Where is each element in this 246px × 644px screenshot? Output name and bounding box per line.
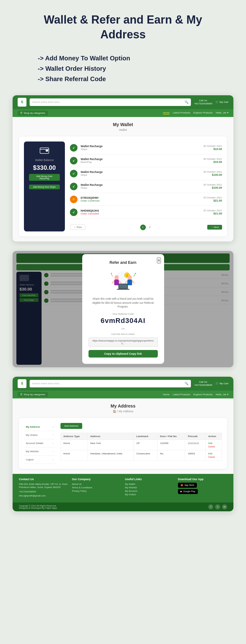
chevron-right-icon: › xyxy=(53,450,54,453)
facebook-icon[interactable]: f xyxy=(208,504,213,509)
nav-link-latest[interactable]: Latest Products xyxy=(173,111,190,114)
sidebar-item-logout[interactable]: Logout › xyxy=(24,456,55,464)
address-right: Add Address Address Type Address Landmar… xyxy=(60,423,222,464)
features-list: -> Add Money To Wallet Option -> Wallet … xyxy=(38,55,233,83)
address-content: My Address 🏠 / My Address My Address › M… xyxy=(13,398,233,474)
svg-rect-19 xyxy=(119,284,127,288)
footer-download: Download Our App 🍎 App Store ▶ Google Pl… xyxy=(178,478,227,499)
edit-address-2-button[interactable]: Edit xyxy=(208,452,219,455)
sidebar-item-account-details[interactable]: Account Details › xyxy=(24,439,55,447)
address-nav-link-home[interactable]: Home xyxy=(163,393,169,396)
txn-info-3: Wallet Recharge Stripe xyxy=(81,170,200,176)
footer-bottom: Copyright © 2022 All Rights Reserved. De… xyxy=(13,502,233,511)
modal-screenshot: Wallet Balance $30.00 From RazorPay From… xyxy=(13,251,233,367)
wallet-breadcrumb: Wallet xyxy=(19,128,227,131)
chevron-right-icon: › xyxy=(53,442,54,445)
or-divider: OR xyxy=(89,327,158,330)
categories-button[interactable]: ☰ Shop by categories xyxy=(18,111,48,115)
referral-code-label: Your Referral Code xyxy=(89,313,158,315)
nav-link-explore[interactable]: Explore Products xyxy=(193,111,213,114)
chevron-right-icon: › xyxy=(53,425,54,428)
nav-search-bar[interactable]: Search entire store here... 🔍 xyxy=(30,98,191,106)
svg-rect-20 xyxy=(117,289,129,290)
txn-info-4: Wallet Recharge Stripe xyxy=(81,183,200,189)
address-categories-button[interactable]: ☰ Shop by categories xyxy=(18,392,48,397)
search-placeholder: Search entire store here... xyxy=(32,101,61,103)
sidebar-item-my-address[interactable]: My Address › xyxy=(24,423,55,431)
copy-link-button[interactable]: Copy to clipboard Copy link xyxy=(89,350,158,358)
svg-rect-7 xyxy=(114,280,119,285)
txn-icon-5: D xyxy=(70,196,77,203)
transaction-row: ↙ Wallet Recharge Stripe 26 October 2021… xyxy=(70,167,222,180)
modal-illustration: $ xyxy=(89,268,158,293)
footer-company: Our Company About Us Terms & Conditions … xyxy=(72,478,121,499)
modal-title: Refer and Earn xyxy=(89,260,158,265)
menu-icon: ☰ xyxy=(20,112,22,114)
page-header: Wallet & Refer and Earn & My Address xyxy=(13,9,233,45)
address-nav-link-explore[interactable]: Explore Products xyxy=(193,393,213,396)
txn-icon-3: ↙ xyxy=(70,170,77,177)
txn-right-4: 25 October 2021 $100.00 xyxy=(203,183,222,189)
cart-icon: 🛒 xyxy=(215,101,219,103)
wallet-balance-amount: $330.00 xyxy=(33,164,56,171)
nav-sub-bar: ☰ Shop by categories Home Latest Product… xyxy=(13,109,233,117)
sidebar-item-my-orders[interactable]: My Orders › xyxy=(24,431,55,439)
address-table: Address Type Address Landmark Door / Fla… xyxy=(60,433,222,461)
wallet-card: Wallet Balance $330.00 Add Money from Ra… xyxy=(24,142,65,231)
address-nav-sub-bar: ☰ Shop by categories Home Latest Product… xyxy=(13,391,233,398)
app-store-badge[interactable]: 🍎 App Store xyxy=(178,483,197,488)
wallet-main: Wallet Balance $330.00 Add Money from Ra… xyxy=(19,136,227,236)
col-landmark: Landmark xyxy=(134,433,157,440)
add-money-razorpay-button[interactable]: Add Money from RazorPay xyxy=(29,174,60,181)
next-button[interactable]: → Next xyxy=(207,225,222,230)
sidebar-item-my-wishlist[interactable]: My Wishlist › xyxy=(24,447,55,456)
prev-button[interactable]: ← Prev xyxy=(70,225,85,230)
transaction-row: ↙ NHD68Q6JK6 Order Cancelled 25 October … xyxy=(70,206,222,219)
wallet-screenshot: S Search entire store here... 🔍 Call Us … xyxy=(13,95,233,242)
transaction-row: ↙ Wallet Recharge Stripe 26 October 2021… xyxy=(70,142,222,154)
twitter-icon[interactable]: t xyxy=(215,504,220,509)
address-nav-links: Home Latest Products Explore Products He… xyxy=(163,393,228,396)
address-nav-bar: S Search entire store here... 🔍 Call Us … xyxy=(13,377,233,391)
referral-link-box[interactable]: https://bazoomaapps.co.in/projects/shopp… xyxy=(89,337,158,347)
address-nav-logo: S xyxy=(18,379,26,388)
address-search-icon: 🔍 xyxy=(185,382,188,385)
svg-line-15 xyxy=(134,274,135,276)
linkedin-icon[interactable]: in xyxy=(222,504,227,509)
svg-line-14 xyxy=(111,274,112,276)
modal-box: × Refer and Earn $ xyxy=(82,254,164,364)
nav-link-home[interactable]: Home xyxy=(163,111,169,114)
add-address-button[interactable]: Add Address xyxy=(60,423,82,429)
address-main: My Address › My Orders › Account Details… xyxy=(19,418,227,469)
address-nav-cart[interactable]: 🛒 My Cart xyxy=(215,382,228,385)
add-money-stripe-button[interactable]: Add Money from Stripe xyxy=(29,185,60,189)
delete-address-1-button[interactable]: Delete xyxy=(208,445,219,448)
nav-link-user[interactable]: Hello, Jer ▾ xyxy=(216,111,228,114)
txn-icon-4: ↙ xyxy=(70,183,77,190)
page-2[interactable]: 2 xyxy=(147,225,153,230)
feature-item-1: -> Add Money To Wallet Option xyxy=(38,55,233,62)
nav-cart[interactable]: 🛒 My Cart xyxy=(215,101,228,103)
referral-code: 6vmRd304AI xyxy=(89,317,158,325)
page-1[interactable]: 1 xyxy=(140,225,146,230)
address-nav-search[interactable]: Search entire store here... 🔍 xyxy=(30,380,191,387)
transaction-row: D D7M19Q0HIH Order Confirmed 25 October … xyxy=(70,193,222,206)
address-sidebar: My Address › My Orders › Account Details… xyxy=(24,423,55,464)
col-address: Address xyxy=(88,433,134,440)
svg-rect-11 xyxy=(127,280,132,285)
edit-address-1-button[interactable]: Edit xyxy=(208,442,219,445)
page-title: Wallet & Refer and Earn & My Address xyxy=(31,13,215,42)
txn-info-2: Wallet Recharge RazorPay xyxy=(81,158,200,164)
address-menu-icon: ☰ xyxy=(20,393,22,396)
address-nav-link-latest[interactable]: Latest Products xyxy=(173,393,190,396)
delete-address-2-button[interactable]: Delete xyxy=(208,456,219,458)
address-nav-link-user[interactable]: Hello, Jer ▾ xyxy=(216,393,228,396)
nav-links: Home Latest Products Explore Products He… xyxy=(163,111,228,114)
svg-point-10 xyxy=(128,275,132,279)
nav-call: Call Us +917316428845 xyxy=(194,99,212,105)
modal-close-button[interactable]: × xyxy=(157,257,161,264)
nav-bar: S Search entire store here... 🔍 Call Us … xyxy=(13,95,233,109)
link-label: Use this link to share xyxy=(89,333,158,336)
pagination-bar: ← Prev 1 2 → Next xyxy=(70,221,222,231)
google-play-badge[interactable]: ▶ Google Play xyxy=(178,489,198,494)
